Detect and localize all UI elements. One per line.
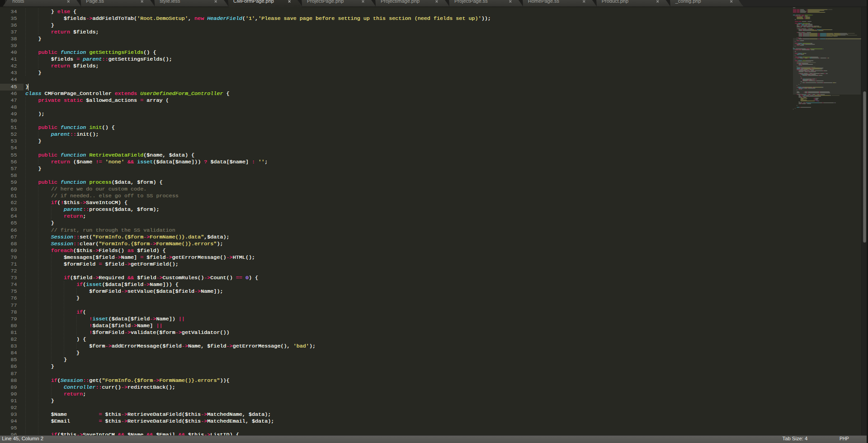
svg-text:ProjectImage.php: ProjectImage.php <box>381 0 420 4</box>
svg-text:ProjectPage.php: ProjectPage.php <box>307 0 344 4</box>
svg-text:_config.php: _config.php <box>675 0 701 4</box>
svg-text:HomePage.ss: HomePage.ss <box>528 0 560 4</box>
svg-text:ProjectPage.ss: ProjectPage.ss <box>454 0 488 4</box>
svg-text:Page.ss: Page.ss <box>86 0 104 4</box>
svg-text:CMFormPage.php: CMFormPage.php <box>233 0 274 4</box>
svg-text:style.less: style.less <box>160 0 180 4</box>
svg-text:Product.php: Product.php <box>602 0 628 4</box>
svg-text:hosts: hosts <box>12 0 24 4</box>
